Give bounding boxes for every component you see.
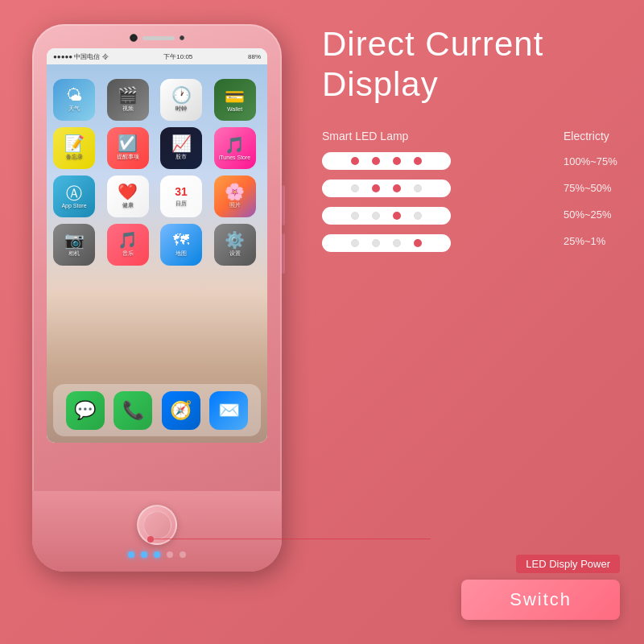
electricity-col: Electricty 100%~75% 75%~50% 50%~25% 25%~… bbox=[564, 130, 620, 247]
health-label: 健康 bbox=[122, 201, 134, 209]
switch-button[interactable]: Switch bbox=[461, 580, 620, 620]
wallet-icon: 💳 bbox=[225, 89, 245, 105]
led-dot-5 bbox=[180, 551, 186, 558]
camera-icon: 📷 bbox=[64, 232, 85, 248]
phone-icon: 📞 bbox=[122, 400, 144, 421]
appstore-icon: Ⓐ bbox=[66, 185, 82, 201]
pip-2-1 bbox=[351, 184, 359, 192]
itunes-icon: 🎵 bbox=[225, 137, 245, 153]
phone-dock: 💬 📞 🧭 ✉️ bbox=[53, 384, 261, 436]
phone-bottom bbox=[32, 491, 282, 572]
bottom-section: LED Disply Power Switch bbox=[461, 555, 620, 620]
app-photos[interactable]: 🌸 照片 bbox=[214, 175, 256, 217]
led-bar-3 bbox=[322, 207, 451, 225]
pip-3-3 bbox=[393, 212, 401, 220]
led-dot-2 bbox=[141, 551, 147, 558]
mail-icon: ✉️ bbox=[218, 400, 240, 421]
app-appstore[interactable]: Ⓐ App Store bbox=[53, 175, 95, 217]
phone-wallpaper: 🌤 天气 🎬 视频 🕐 时钟 💳 Wallet bbox=[47, 64, 267, 443]
led-bar-2 bbox=[322, 180, 451, 197]
maps-label: 地图 bbox=[175, 250, 187, 258]
settings-icon: ⚙️ bbox=[225, 232, 245, 248]
dock-safari[interactable]: 🧭 bbox=[162, 391, 200, 430]
pip-2-3 bbox=[393, 184, 401, 192]
phone-screen: ●●●●● 中国电信 令 下午10:05 88% 🌤 天气 🎬 视频 bbox=[47, 48, 267, 443]
elec-val-2: 75%~50% bbox=[564, 182, 620, 194]
led-bar-row-2 bbox=[322, 180, 547, 197]
music-label: 音乐 bbox=[122, 250, 134, 258]
side-button-power[interactable] bbox=[282, 185, 285, 225]
pip-2-4 bbox=[414, 184, 422, 192]
safari-icon: 🧭 bbox=[170, 400, 192, 421]
app-music[interactable]: 🎵 音乐 bbox=[107, 224, 149, 266]
notes-icon: 📝 bbox=[64, 135, 85, 151]
electricity-title: Electricty bbox=[564, 130, 620, 142]
connector-line bbox=[149, 539, 431, 539]
pip-4-4 bbox=[414, 239, 422, 247]
main-title: Direct Current Display bbox=[322, 24, 620, 105]
title-line2: Display bbox=[322, 64, 620, 105]
led-dot-4 bbox=[167, 551, 173, 558]
led-dot-3 bbox=[154, 551, 160, 558]
remind-icon: ☑️ bbox=[118, 135, 138, 151]
time-text: 下午10:05 bbox=[163, 52, 192, 61]
pip-1-4 bbox=[414, 157, 422, 165]
pip-1-1 bbox=[351, 157, 359, 165]
signal-text: ●●●●● 中国电信 令 bbox=[53, 52, 109, 61]
app-remind[interactable]: ☑️ 提醒事项 bbox=[107, 127, 149, 169]
smart-lamp-title: Smart LED Lamp bbox=[322, 130, 547, 142]
camera-lens bbox=[130, 34, 138, 42]
appstore-label: App Store bbox=[61, 203, 86, 208]
camera-label: 相机 bbox=[68, 250, 80, 258]
app-clock[interactable]: 🕐 时钟 bbox=[160, 79, 202, 121]
speaker-slot bbox=[142, 36, 175, 40]
led-dot-1 bbox=[128, 551, 134, 558]
app-calendar[interactable]: 31 日历 bbox=[160, 175, 202, 217]
app-video[interactable]: 🎬 视频 bbox=[107, 79, 149, 121]
app-maps[interactable]: 🗺 地图 bbox=[160, 224, 202, 266]
dock-phone[interactable]: 📞 bbox=[114, 391, 152, 430]
elec-val-3: 50%~25% bbox=[564, 208, 620, 221]
app-weather[interactable]: 🌤 天气 bbox=[53, 79, 95, 121]
clock-label: 时钟 bbox=[175, 105, 187, 113]
health-icon: ❤️ bbox=[118, 184, 138, 200]
app-settings[interactable]: ⚙️ 设置 bbox=[214, 224, 256, 266]
pip-3-4 bbox=[414, 212, 422, 220]
led-bar-row-1 bbox=[322, 152, 547, 170]
remind-label: 提醒事项 bbox=[117, 153, 139, 161]
pip-4-2 bbox=[372, 239, 380, 247]
app-stocks[interactable]: 📈 股市 bbox=[160, 127, 202, 169]
app-notes[interactable]: 📝 备忘录 bbox=[53, 127, 95, 169]
side-button-volume[interactable] bbox=[282, 233, 285, 274]
phone-top-camera bbox=[130, 34, 184, 42]
status-bar: ●●●●● 中国电信 令 下午10:05 88% bbox=[47, 48, 267, 64]
messages-icon: 💬 bbox=[74, 400, 96, 421]
wallet-label: Wallet bbox=[227, 106, 242, 112]
settings-label: 设置 bbox=[229, 250, 241, 258]
photos-icon: 🌸 bbox=[225, 184, 245, 200]
photos-label: 照片 bbox=[229, 201, 241, 209]
app-itunes[interactable]: 🎵 iTunes Store bbox=[214, 127, 256, 169]
connector-dot bbox=[147, 536, 154, 543]
video-label: 视频 bbox=[122, 105, 134, 113]
app-grid: 🌤 天气 🎬 视频 🕐 时钟 💳 Wallet bbox=[47, 72, 267, 272]
info-panel: Direct Current Display Smart LED Lamp bbox=[322, 24, 620, 268]
battery-text: 88% bbox=[248, 53, 261, 60]
maps-icon: 🗺 bbox=[173, 232, 189, 248]
elec-val-1: 100%~75% bbox=[564, 155, 620, 167]
pip-1-3 bbox=[393, 157, 401, 165]
app-camera[interactable]: 📷 相机 bbox=[53, 224, 95, 266]
dock-mail[interactable]: ✉️ bbox=[209, 391, 248, 430]
app-health[interactable]: ❤️ 健康 bbox=[107, 175, 149, 217]
phone-container: ●●●●● 中国电信 令 下午10:05 88% 🌤 天气 🎬 视频 bbox=[32, 24, 282, 620]
notes-label: 备忘录 bbox=[66, 153, 83, 161]
dock-messages[interactable]: 💬 bbox=[66, 391, 105, 430]
title-line1: Direct Current bbox=[322, 24, 620, 64]
front-sensor bbox=[180, 35, 184, 40]
calendar-label: 日历 bbox=[175, 200, 187, 208]
pip-3-2 bbox=[372, 212, 380, 220]
led-columns: Smart LED Lamp bbox=[322, 130, 620, 252]
pip-1-2 bbox=[372, 157, 380, 165]
led-bar-1 bbox=[322, 152, 451, 170]
app-wallet[interactable]: 💳 Wallet bbox=[214, 79, 256, 121]
